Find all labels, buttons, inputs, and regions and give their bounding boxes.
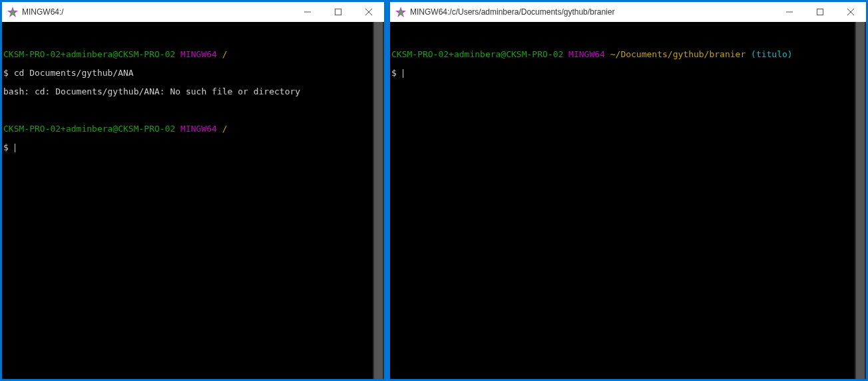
vertical-scrollbar[interactable] (373, 22, 384, 379)
cursor (15, 144, 15, 152)
prompt-env: MINGW64 (180, 124, 217, 134)
prompt-path: ~/Documents/gythub/branier (610, 49, 746, 59)
window-controls (774, 2, 866, 22)
minimize-button[interactable] (774, 2, 805, 22)
prompt-userhost: CKSM-PRO-02+adminbera@CKSM-PRO-02 (3, 49, 175, 59)
vertical-scrollbar[interactable] (855, 22, 866, 379)
terminal-body[interactable]: CKSM-PRO-02+adminbera@CKSM-PRO-02 MINGW6… (390, 22, 866, 379)
prompt-path: / (222, 49, 228, 59)
terminal-window-right: MINGW64:/c/Users/adminbera/Documents/gyt… (389, 1, 867, 380)
titlebar[interactable]: MINGW64:/ (2, 2, 384, 22)
maximize-button[interactable] (323, 2, 353, 22)
svg-rect-9 (817, 9, 823, 15)
close-button[interactable] (353, 2, 384, 22)
prompt-branch: (titulo) (751, 49, 793, 59)
close-button[interactable] (835, 2, 866, 22)
command-line: $ (3, 142, 14, 152)
command-line: $ (391, 68, 402, 78)
maximize-button[interactable] (805, 2, 835, 22)
window-title: MINGW64:/c/Users/adminbera/Documents/gyt… (410, 7, 774, 17)
minimize-button[interactable] (292, 2, 323, 22)
app-icon (7, 7, 18, 17)
app-icon (395, 7, 406, 17)
terminal-body[interactable]: CKSM-PRO-02+adminbera@CKSM-PRO-02 MINGW6… (2, 22, 384, 379)
prompt-env: MINGW64 (180, 49, 217, 59)
svg-rect-3 (335, 9, 341, 15)
prompt-userhost: CKSM-PRO-02+adminbera@CKSM-PRO-02 (391, 49, 563, 59)
cursor (403, 69, 403, 78)
command-line: $ cd Documents/gythub/ANA (3, 68, 383, 78)
prompt-env: MINGW64 (568, 49, 605, 59)
prompt-path: / (222, 124, 228, 134)
prompt-userhost: CKSM-PRO-02+adminbera@CKSM-PRO-02 (3, 124, 175, 134)
window-controls (292, 2, 384, 22)
window-title: MINGW64:/ (22, 7, 292, 17)
terminal-window-left: MINGW64:/ CKSM-PRO-02+adminbera@CKSM-PRO… (1, 1, 385, 380)
titlebar[interactable]: MINGW64:/c/Users/adminbera/Documents/gyt… (390, 2, 866, 22)
error-output: bash: cd: Documents/gythub/ANA: No such … (3, 87, 383, 96)
